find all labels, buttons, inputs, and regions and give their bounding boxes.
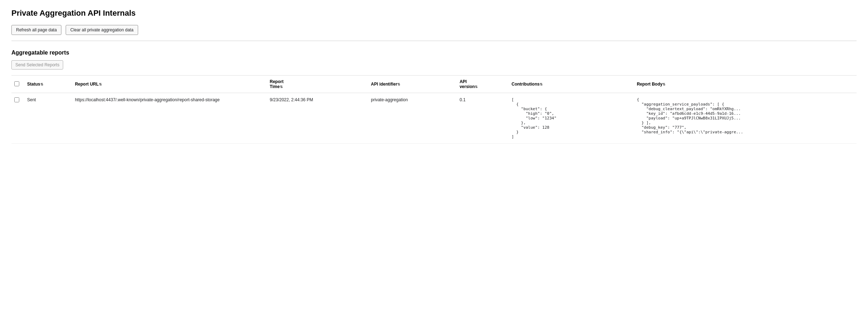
cell-report-url: https://localhost:4437/.well-known/priva… (71, 93, 266, 144)
divider (11, 41, 857, 41)
report-body-json: { "aggregation_service_payloads": [ { "d… (637, 97, 852, 134)
table-row: Senthttps://localhost:4437/.well-known/p… (11, 93, 857, 144)
col-header-status[interactable]: Status⇅ (23, 76, 71, 93)
clear-button[interactable]: Clear all private aggregation data (66, 25, 138, 35)
top-buttons: Refresh all page data Clear all private … (11, 25, 857, 35)
col-header-contributions[interactable]: Contributions⇅ (507, 76, 632, 93)
col-header-api-identifier[interactable]: API identifier⇅ (367, 76, 455, 93)
table-body: Senthttps://localhost:4437/.well-known/p… (11, 93, 857, 144)
col-header-api-version[interactable]: APIversion⇅ (455, 76, 508, 93)
col-header-report-url[interactable]: Report URL⇅ (71, 76, 266, 93)
col-label-report-body: Report Body (637, 82, 662, 87)
sort-icon-report-body: ⇅ (662, 82, 665, 86)
col-header-report-time[interactable]: ReportTime⇅ (266, 76, 367, 93)
sort-icon-report-url: ⇅ (99, 82, 102, 86)
select-all-checkbox-header[interactable] (11, 76, 23, 93)
col-label-api-identifier: API identifier (371, 82, 397, 87)
sort-icon-status: ⇅ (40, 82, 43, 86)
col-label-status: Status (27, 82, 40, 87)
table-header-row: Status⇅ Report URL⇅ ReportTime⇅ API iden… (11, 76, 857, 93)
cell-report-time: 9/23/2022, 2:44:36 PM (266, 93, 367, 144)
cell-api-version: 0.1 (455, 93, 508, 144)
row-checkbox-cell[interactable] (11, 93, 23, 144)
section-title: Aggregatable reports (11, 50, 857, 56)
cell-contributions: [ { "bucket": { "high": "0", "low": "123… (507, 93, 632, 144)
select-all-checkbox[interactable] (14, 81, 19, 86)
cell-api-identifier: private-aggregation (367, 93, 455, 144)
sort-icon-api-identifier: ⇅ (397, 82, 400, 86)
sort-icon-api-version: ⇅ (475, 85, 478, 89)
contributions-json: [ { "bucket": { "high": "0", "low": "123… (511, 97, 628, 139)
col-label-contributions: Contributions (511, 82, 540, 87)
reports-table: Status⇅ Report URL⇅ ReportTime⇅ API iden… (11, 75, 857, 144)
cell-status: Sent (23, 93, 71, 144)
sort-icon-contributions: ⇅ (540, 82, 542, 86)
row-checkbox[interactable] (14, 97, 19, 102)
page-title: Private Aggregation API Internals (11, 9, 857, 18)
cell-report-body: { "aggregation_service_payloads": [ { "d… (632, 93, 857, 144)
col-label-api-version: APIversion (460, 79, 475, 89)
col-header-report-body[interactable]: Report Body⇅ (632, 76, 857, 93)
sort-icon-report-time: ⇅ (280, 85, 283, 89)
send-selected-reports-button[interactable]: Send Selected Reports (11, 60, 63, 70)
col-label-report-url: Report URL (75, 82, 99, 87)
refresh-button[interactable]: Refresh all page data (11, 25, 61, 35)
